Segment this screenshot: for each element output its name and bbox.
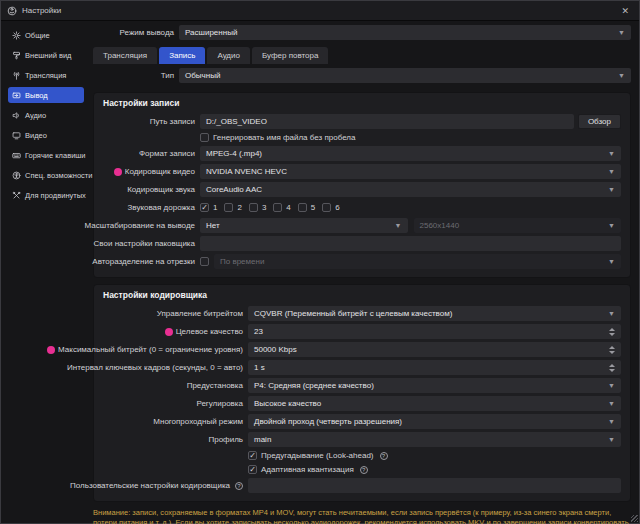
spinner-arrows-icon[interactable] <box>609 364 615 372</box>
settings-main-panel: Режим вывода Расширенный ▼ Трансляция За… <box>89 21 639 523</box>
profile-select[interactable]: main ▼ <box>248 432 621 447</box>
track-1-checkbox[interactable] <box>200 203 209 212</box>
changed-indicator-dot <box>114 168 122 176</box>
broadcast-icon <box>12 71 21 80</box>
tuning-select[interactable]: Высокое качество ▼ <box>248 396 621 411</box>
sidebar-item-label: Вывод <box>25 91 48 100</box>
chevron-down-icon: ▼ <box>395 222 402 229</box>
track-3-checkbox[interactable] <box>249 203 258 212</box>
auto-split-checkbox[interactable] <box>200 257 209 266</box>
sidebar-item-general[interactable]: Общие <box>8 27 84 43</box>
rate-control-select[interactable]: CQVBR (Переменный битрейт с целевым каче… <box>248 306 621 321</box>
preset-value: P4: Средняя (среднее качество) <box>254 381 374 390</box>
type-select[interactable]: Обычный ▼ <box>179 68 631 83</box>
chevron-down-icon: ▼ <box>618 29 625 36</box>
sidebar-item-label: Для продвинутых <box>25 191 86 200</box>
custom-encoder-settings-input[interactable] <box>248 478 621 493</box>
recording-path-value: D:/_OBS_VIDEO <box>206 117 267 126</box>
help-icon[interactable]: ? <box>360 466 368 474</box>
chevron-down-icon: ▼ <box>608 436 615 443</box>
video-encoder-select[interactable]: NVIDIA NVENC HEVC ▼ <box>200 164 621 179</box>
output-mode-label: Режим вывода <box>93 28 174 37</box>
max-bitrate-spinner[interactable]: 50000 Kbps <box>248 342 621 357</box>
audio-encoder-value: CoreAudio AAC <box>206 185 262 194</box>
browse-button[interactable]: Обзор <box>578 114 621 129</box>
rate-control-row: Управление битрейтом CQVBR (Переменный б… <box>103 306 621 321</box>
recording-path-label: Путь записи <box>103 117 195 126</box>
sidebar-item-label: Аудио <box>25 111 46 120</box>
spinner-arrows-icon[interactable] <box>609 328 615 336</box>
sidebar-item-output[interactable]: Вывод <box>8 87 84 103</box>
lookahead-label: Предугадывание (Look-ahead) <box>261 451 374 460</box>
gear-icon <box>12 31 21 40</box>
muxer-settings-label: Свои настройки паковщика <box>103 239 195 248</box>
adaptive-quant-checkbox[interactable] <box>248 465 257 474</box>
output-mode-select[interactable]: Расширенный ▼ <box>179 25 631 40</box>
rescale-output-label: Масштабирование на выводе <box>103 221 195 230</box>
encoder-settings-group: Настройки кодировщика Управление битрейт… <box>93 284 631 502</box>
recording-format-value: MPEG-4 (.mp4) <box>206 149 262 158</box>
chevron-down-icon: ▼ <box>608 382 615 389</box>
track-5-checkbox[interactable] <box>298 203 307 212</box>
encoder-settings-header: Настройки кодировщика <box>103 290 621 300</box>
track-2-checkbox[interactable] <box>224 203 233 212</box>
sidebar-item-label: Общие <box>25 31 50 40</box>
help-icon[interactable]: ? <box>235 482 243 490</box>
adaptive-quant-label: Адаптивная квантизация <box>261 465 354 474</box>
chevron-down-icon: ▼ <box>608 418 615 425</box>
tab-streaming[interactable]: Трансляция <box>93 47 157 64</box>
recording-format-row: Формат записи MPEG-4 (.mp4) ▼ <box>103 146 621 161</box>
track-6-checkbox[interactable] <box>322 203 331 212</box>
sidebar-item-video[interactable]: Видео <box>8 127 84 143</box>
output-icon <box>12 91 21 100</box>
help-icon[interactable]: ? <box>380 452 388 460</box>
changed-indicator-dot <box>165 328 173 336</box>
rescale-mode-select[interactable]: Нет ▼ <box>200 218 408 233</box>
sidebar-item-advanced[interactable]: Для продвинутых <box>8 187 84 203</box>
lookahead-checkbox[interactable] <box>248 451 257 460</box>
tuning-label: Регулировка <box>103 399 243 408</box>
auto-split-mode-value: По времени <box>220 257 264 266</box>
rate-control-label: Управление битрейтом <box>103 309 243 318</box>
keyframe-interval-spinner[interactable]: 1 s <box>248 360 621 375</box>
sidebar-item-stream[interactable]: Трансляция <box>8 67 84 83</box>
keyframe-interval-row: Интервал ключевых кадров (секунды, 0 = а… <box>103 360 621 375</box>
muxer-settings-input[interactable] <box>200 236 621 251</box>
changed-indicator-dot <box>47 346 55 354</box>
rescale-resolution-select: 2560x1440 ▼ <box>414 218 622 233</box>
keyframe-interval-value: 1 s <box>254 363 265 372</box>
output-tabs: Трансляция Запись Аудио Буфер повтора <box>93 47 631 64</box>
recording-path-input[interactable]: D:/_OBS_VIDEO <box>200 114 574 129</box>
tab-recording[interactable]: Запись <box>159 47 205 64</box>
sidebar-item-label: Внешний вид <box>25 51 72 60</box>
tab-audio[interactable]: Аудио <box>207 47 250 64</box>
close-icon[interactable]: ✕ <box>617 6 633 16</box>
audio-track-row: Звуковая дорожка 1 2 3 4 5 6 <box>103 200 621 215</box>
tab-replay-buffer[interactable]: Буфер повтора <box>252 47 328 64</box>
video-encoder-row: Кодировщик видео NVIDIA NVENC HEVC ▼ <box>103 164 621 179</box>
recording-format-select[interactable]: MPEG-4 (.mp4) ▼ <box>200 146 621 161</box>
title-bar: Настройки ✕ <box>1 1 639 21</box>
sidebar-item-audio[interactable]: Аудио <box>8 107 84 123</box>
adaptive-quant-row: Адаптивная квантизация ? <box>248 464 621 475</box>
filename-no-space-checkbox[interactable] <box>200 133 209 142</box>
auto-split-row: Авторазделение на отрезки По времени ▼ <box>103 254 621 269</box>
output-mode-value: Расширенный <box>185 28 237 37</box>
preset-select[interactable]: P4: Средняя (среднее качество) ▼ <box>248 378 621 393</box>
sidebar-item-hotkeys[interactable]: Горячие клавиши <box>8 147 84 163</box>
audio-encoder-select[interactable]: CoreAudio AAC ▼ <box>200 182 621 197</box>
cq-level-spinner[interactable]: 23 <box>248 324 621 339</box>
mp4-warning-text: Внимание: записи, сохраняемые в форматах… <box>93 508 631 524</box>
resize-grip[interactable] <box>631 515 638 522</box>
sidebar-item-accessibility[interactable]: Спец. возможности <box>8 167 84 183</box>
audio-encoder-label: Кодировщик звука <box>103 185 195 194</box>
spinner-arrows-icon[interactable] <box>609 346 615 354</box>
chevron-down-icon: ▼ <box>608 222 615 229</box>
profile-label: Профиль <box>103 435 243 444</box>
settings-sidebar: Общие Внешний вид Трансляция Вывод Аудио… <box>1 21 89 523</box>
track-4-checkbox[interactable] <box>273 203 282 212</box>
sidebar-item-appearance[interactable]: Внешний вид <box>8 47 84 63</box>
multipass-select[interactable]: Двойной проход (четверть разрешения) ▼ <box>248 414 621 429</box>
audio-track-checkboxes: 1 2 3 4 5 6 <box>200 200 621 215</box>
output-mode-row: Режим вывода Расширенный ▼ <box>93 25 631 40</box>
